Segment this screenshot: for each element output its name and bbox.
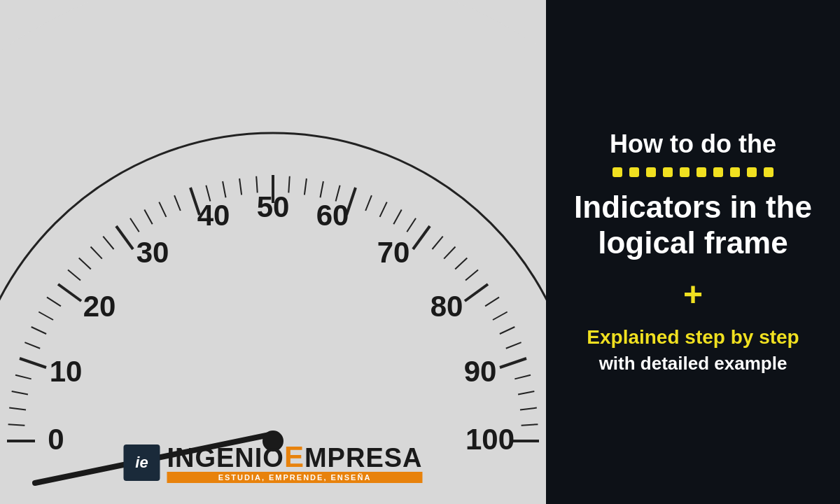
svg-text:10: 10 [50,355,83,388]
dot-3 [646,167,656,177]
dots-decoration [612,167,774,177]
logo-box: ie [123,444,160,481]
plus-sign: + [683,275,703,314]
svg-text:80: 80 [430,290,463,323]
dot-4 [663,167,673,177]
main-title-line1: Indicators in the [574,190,812,224]
main-title-line2: logical frame [598,225,788,260]
logo-tagline: ESTUDIA, EMPRENDE, ENSEÑA [167,472,422,483]
logo-orange-e: E [284,440,304,473]
dot-6 [696,167,706,177]
svg-text:40: 40 [197,199,230,232]
gauge-svg: 0 10 20 30 40 50 60 [0,0,546,504]
svg-text:100: 100 [465,423,514,456]
how-to-heading: How to do the [610,130,776,159]
logo-name-part1: INGENIO [167,443,284,472]
logo-name: INGENIOEMPRESA [167,442,422,472]
svg-text:30: 30 [136,236,169,269]
svg-text:0: 0 [48,423,64,456]
svg-text:20: 20 [83,290,116,323]
dot-8 [730,167,740,177]
svg-text:90: 90 [464,355,497,388]
svg-text:70: 70 [377,236,410,269]
logo-text-group: INGENIOEMPRESA ESTUDIA, EMPRENDE, ENSEÑA [167,442,422,483]
dot-9 [747,167,757,177]
right-panel: How to do the Indicators in the logical … [546,0,840,504]
dot-10 [764,167,774,177]
svg-point-0 [0,0,546,504]
svg-text:60: 60 [316,199,349,232]
explained-text: Explained step by step [587,326,799,349]
detailed-text: with detailed example [599,353,788,374]
dot-2 [629,167,639,177]
logo-area: ie INGENIOEMPRESA ESTUDIA, EMPRENDE, ENS… [123,442,422,483]
svg-text:50: 50 [257,190,290,223]
logo-name-part2: MPRESA [304,443,423,472]
main-title: Indicators in the logical frame [574,190,812,260]
dot-5 [680,167,690,177]
gauge-container: 0 10 20 30 40 50 60 [0,0,546,504]
left-panel: 0 10 20 30 40 50 60 [0,0,546,504]
dot-7 [713,167,723,177]
dot-1 [612,167,622,177]
logo-icon-text: ie [135,454,148,472]
